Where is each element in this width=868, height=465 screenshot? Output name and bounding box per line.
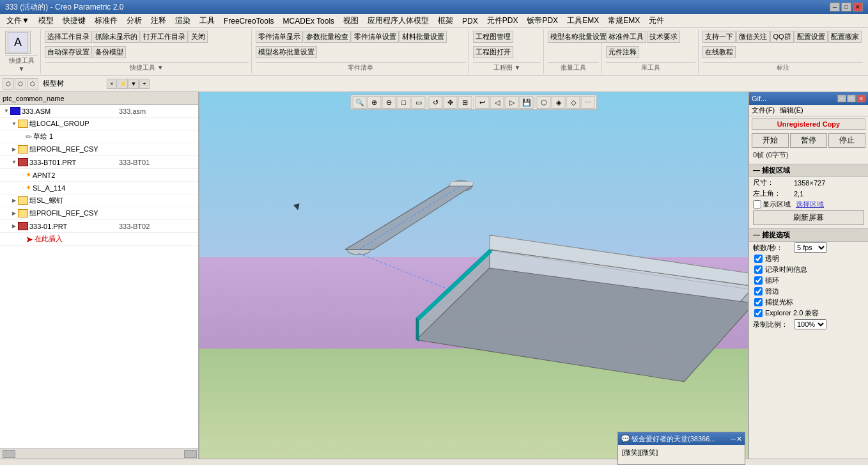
close-btn[interactable]: 关闭 (189, 31, 208, 43)
tree-row-sl-group[interactable]: ▶ 组SL_螺钉 (0, 194, 198, 207)
menu-shortcuts[interactable]: 快捷键 (59, 14, 89, 28)
vp-save-view-btn[interactable]: 💾 (520, 96, 534, 109)
expand-arrow-bt01[interactable]: ▼ (10, 159, 18, 166)
tree-row-local-group[interactable]: ▼ 组LOCAL_GROUP (0, 118, 198, 130)
expand-arrow-apnt2[interactable] (18, 171, 26, 179)
tb2-filter2[interactable]: ⚡ (118, 79, 128, 89)
recorder-pause-btn[interactable]: 暂停 (790, 133, 827, 148)
tree-row-bt01[interactable]: ▼ 333-BT01.PRT 333-BT01 (0, 156, 198, 169)
recorder-close-btn[interactable]: ✕ (856, 95, 865, 102)
tree-row-sla114[interactable]: ✦ SL_A_114 (0, 182, 198, 194)
vp-more-btn[interactable]: ⋯ (581, 96, 595, 109)
recorder-refresh-btn[interactable]: 刷新屏幕 (753, 210, 864, 225)
menu-freecreotool[interactable]: FreeCreoTools (220, 15, 278, 27)
model-name-batch-btn[interactable]: 模型名称批量设置 (256, 46, 317, 58)
vp-zoom-box-btn[interactable]: ⊞ (458, 96, 472, 109)
tree-row-asm[interactable]: ▼ 333.ASM 333.asm (0, 105, 198, 118)
vp-prev-view-btn[interactable]: ↩ (476, 96, 490, 109)
qq-group-btn[interactable]: QQ群 (770, 31, 793, 43)
config-move-btn[interactable]: 配置搬家 (828, 31, 862, 43)
menu-file[interactable]: 文件▼ (3, 14, 33, 28)
recorder-start-btn[interactable]: 开始 (752, 133, 789, 148)
vp-undo-view-btn[interactable]: ◁ (490, 96, 504, 109)
close-button[interactable]: ✕ (853, 3, 863, 12)
new-drawing-btn[interactable]: A (5, 31, 31, 54)
tree-content[interactable]: ▼ 333.ASM 333.asm ▼ 组LOCAL_GROUP ✏ 草绘 1 (0, 105, 198, 448)
menu-render[interactable]: 渲染 (171, 14, 194, 28)
remove-hidden-btn[interactable]: 抓除未显示的 (93, 31, 140, 43)
menu-emx[interactable]: 工具EMX (563, 14, 603, 28)
expand-arrow-profil1[interactable]: ▶ (10, 146, 18, 154)
viewport[interactable]: 🔍 ⊕ ⊖ □ ▭ ↺ ✥ ⊞ ↩ ◁ ▷ 💾 ⬡ ◈ ◇ ⋯ (199, 92, 748, 459)
auto-save-btn[interactable]: 自动保存设置 (45, 46, 92, 58)
tb2-filter4[interactable]: + (139, 79, 150, 89)
expand-arrow-local[interactable]: ▼ (10, 120, 18, 128)
expand-arrow-sl[interactable]: ▶ (10, 197, 18, 205)
tb2-icon1[interactable]: ⬡ (3, 78, 14, 90)
recorder-explorer-cb[interactable] (754, 309, 763, 317)
recorder-fps-select[interactable]: 5 fps 10 fps 15 fps 25 fps (794, 242, 827, 253)
backup-model-btn[interactable]: 备份模型 (93, 46, 126, 58)
menu-part[interactable]: 元件 (645, 14, 668, 28)
tree-row-profil2[interactable]: ▶ 组PROFIL_REF_CSY (0, 207, 198, 220)
tree-row-profil1[interactable]: ▶ 组PROFIL_REF_CSY (0, 143, 198, 156)
minimize-button[interactable]: ─ (830, 3, 840, 12)
recorder-scale-select[interactable]: 100% 75% 50% (794, 319, 826, 329)
vp-zoom-in-btn[interactable]: 🔍 (353, 96, 367, 109)
support-btn[interactable]: 支持一下 (702, 31, 736, 43)
menu-bandi-pdx[interactable]: 钣帝PDX (523, 14, 562, 28)
vp-fit-btn[interactable]: □ (397, 96, 411, 109)
vp-rect-btn[interactable]: ▭ (412, 96, 426, 109)
maximize-button[interactable]: □ (841, 3, 851, 12)
std-parts-tool-btn[interactable]: 标准件工具 (606, 31, 646, 43)
param-batch-check-btn[interactable]: 参数批量检查 (304, 31, 351, 43)
parts-display-btn[interactable]: 零件清单显示 (256, 31, 303, 43)
menu-view[interactable]: 视图 (339, 14, 362, 28)
vp-rotate-btn[interactable]: ↺ (429, 96, 443, 109)
online-tutorial-btn[interactable]: 在线教程 (702, 46, 736, 58)
recorder-cursor-cb[interactable] (754, 298, 763, 306)
parts-settings-btn[interactable]: 零件清单设置 (352, 31, 399, 43)
menu-model[interactable]: 模型 (35, 14, 58, 28)
recorder-menu-file[interactable]: 文件(F) (752, 106, 775, 115)
menu-annotation[interactable]: 注释 (147, 14, 170, 28)
tree-row-bt02[interactable]: ▶ 333-01.PRT 333-BT02 (0, 220, 198, 233)
vp-pan-btn[interactable]: ✥ (444, 96, 458, 109)
tree-hscroll[interactable] (0, 448, 198, 459)
tb2-modeltree-label[interactable]: 模型树 (39, 77, 68, 90)
vp-orient3-btn[interactable]: ◇ (566, 96, 580, 109)
recorder-minimize-btn[interactable]: ─ (837, 95, 846, 102)
recorder-stop-btn[interactable]: 停止 (828, 133, 865, 148)
menu-pdx[interactable]: PDX (458, 15, 482, 27)
wechat-btn[interactable]: 微信关注 (736, 31, 770, 43)
tb2-icon3[interactable]: ⬡ (27, 78, 38, 90)
config-set-btn[interactable]: 配置设置 (794, 31, 828, 43)
expand-arrow-sketch[interactable] (18, 133, 26, 141)
recorder-border-cb[interactable] (754, 287, 763, 296)
tree-row-apnt2[interactable]: ✦ APNT2 (0, 169, 198, 182)
menu-part-pdx[interactable]: 元件PDX (483, 14, 522, 28)
eng-manage-btn[interactable]: 工程图管理 (473, 31, 513, 43)
recorder-recordtime-cb[interactable] (754, 265, 763, 274)
vp-orient1-btn[interactable]: ⬡ (537, 96, 551, 109)
tb2-filter1[interactable]: × (107, 79, 117, 89)
expand-arrow-sla[interactable] (18, 184, 26, 192)
menu-app[interactable]: 应用程序人体模型 (364, 14, 433, 28)
menu-frame[interactable]: 框架 (434, 14, 457, 28)
recorder-menu-edit[interactable]: 编辑(E) (780, 106, 803, 115)
vp-zoom-in2-btn[interactable]: ⊕ (368, 96, 382, 109)
tech-req-btn[interactable]: 技术要求 (647, 31, 680, 43)
vp-orient2-btn[interactable]: ◈ (552, 96, 566, 109)
menu-analysis[interactable]: 分析 (123, 14, 146, 28)
part-annotation-btn[interactable]: 元件注释 (606, 46, 639, 58)
menu-normal-emx[interactable]: 常规EMX (604, 14, 644, 28)
select-workdir-btn[interactable]: 选择工作目录 (45, 31, 92, 43)
eng-open-btn[interactable]: 工程图打开 (473, 46, 513, 58)
menu-mcadex[interactable]: MCADEx Tools (279, 15, 338, 27)
vp-zoom-out-btn[interactable]: ⊖ (382, 96, 396, 109)
chat-close-btn[interactable]: ✕ (736, 435, 742, 443)
model-name-batch2-btn[interactable]: 模型名称批量设置 (548, 31, 609, 43)
tree-row-insert[interactable]: ➤ 在此插入 (0, 233, 198, 246)
expand-arrow-profil2[interactable]: ▶ (10, 210, 18, 217)
recorder-maximize-btn[interactable]: □ (847, 95, 856, 102)
